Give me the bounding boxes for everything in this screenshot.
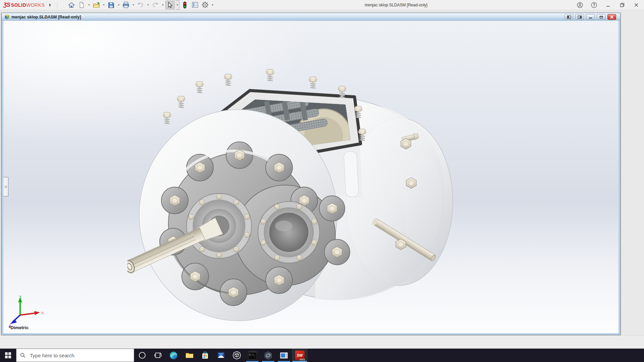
save-button[interactable] [106,1,116,9]
undo-dropdown[interactable] [146,1,150,9]
options-button[interactable] [200,1,210,9]
redo-dropdown[interactable] [161,1,165,9]
doc-restore-button[interactable] [597,14,605,20]
cortana-button[interactable] [134,349,150,362]
mdi-area: menjac sklop.SLDASM [Read-only] [0,10,644,335]
system-window-app-icon [279,351,288,360]
select-cursor-icon [166,1,174,9]
pane-left-button[interactable] [565,14,573,20]
document-window-controls [565,14,616,20]
file-explorer-button[interactable] [181,349,197,362]
splitter-grip [5,186,7,188]
gearbox-model[interactable] [127,68,619,333]
print-icon [122,1,130,9]
edge-button[interactable] [166,349,181,362]
3d-viewer-icon [232,351,241,360]
restore-icon [619,2,625,8]
app-title: menjac sklop.SLDASM [Read-only] [365,0,427,10]
cortana-icon [138,351,146,359]
redo-button[interactable] [151,1,160,9]
pane-left-icon [567,15,571,19]
mail-button[interactable] [213,349,229,362]
task-view-icon [154,351,162,359]
open-dropdown[interactable] [102,1,106,9]
undo-icon [137,1,144,9]
open-folder-icon [92,1,100,9]
triad-y-label: Y [19,295,22,299]
new-document-icon [78,1,85,9]
options-gear-icon [201,1,209,9]
help-icon [591,2,597,8]
doc-close-button[interactable] [607,14,616,20]
hexagon-app-button[interactable] [260,349,276,362]
account-button[interactable] [574,1,586,9]
open-button[interactable] [92,1,101,9]
windows-logo-icon [5,352,11,358]
close-icon [633,2,639,8]
home-button[interactable] [67,1,76,9]
minimize-button[interactable] [602,1,614,9]
new-document-button[interactable] [77,1,86,9]
side-cover[interactable] [258,201,320,263]
mail-icon [217,351,225,360]
help-button[interactable] [588,1,600,9]
store-button[interactable] [197,349,213,362]
file-properties-icon [191,1,199,9]
pane-right-button[interactable] [575,14,584,20]
file-properties-button[interactable] [190,1,200,9]
options-dropdown[interactable] [210,1,214,9]
new-document-dropdown[interactable] [87,1,91,9]
assembly-cube-icon [4,14,10,20]
close-button[interactable] [631,1,642,9]
restore-button[interactable] [616,1,628,9]
pane-right-icon [578,15,582,19]
3d-viewer-button[interactable] [229,349,245,362]
search-input[interactable] [29,352,123,359]
reference-triad: Y X Z [8,294,45,328]
menu-expand-icon[interactable] [49,3,51,7]
rebuild-traffic-light-icon [181,1,188,9]
redo-icon [152,1,159,9]
store-icon [201,351,209,360]
select-button[interactable] [165,1,175,9]
edge-icon [169,351,178,360]
doc-minimize-button[interactable] [586,14,595,20]
save-icon [107,1,115,9]
home-icon [68,1,75,9]
document-window: menjac sklop.SLDASM [Read-only] [1,13,621,335]
document-titlebar[interactable]: menjac sklop.SLDASM [Read-only] [2,13,620,21]
save-dropdown[interactable] [116,1,120,9]
solidworks-logo: ƷS SOLID WORKS [0,2,47,8]
minimize-icon [605,2,611,8]
taskbar-search[interactable] [16,349,134,362]
viewport-3d[interactable]: Y X Z *Dimetric [3,21,619,333]
status-bar [0,335,644,349]
command-prompt-button[interactable]: C:\_ [245,349,260,362]
solidworks-icon: SW 2021 [295,351,305,360]
start-button[interactable] [0,349,16,362]
app-window-controls [574,0,642,10]
featuremanager-collapsed-tab[interactable] [3,177,8,196]
task-view-button[interactable] [150,349,166,362]
solidworks-logo-mark: ƷS [3,2,10,8]
print-dropdown[interactable] [131,1,135,9]
search-icon [20,352,26,358]
select-dropdown[interactable] [175,0,179,10]
system-window-app-button[interactable] [276,349,292,362]
undo-button[interactable] [136,1,145,9]
hexagon-app-icon [264,351,273,360]
print-button[interactable] [121,1,130,9]
solidworks-button[interactable]: SW 2021 [292,349,308,362]
file-explorer-icon [185,351,194,360]
doc-minimize-icon [588,15,593,19]
command-prompt-icon: C:\_ [248,351,257,360]
view-orientation-label: *Dimetric [9,325,29,330]
app-titlebar: ƷS SOLID WORKS [0,0,644,10]
taskbar-icons: C:\_ SW 2021 [134,349,308,362]
toolbar-separator [57,2,57,8]
rebuild-button[interactable] [180,1,190,9]
quick-toolbar [67,0,214,10]
account-icon [577,2,583,8]
doc-close-icon [610,15,614,19]
document-title: menjac sklop.SLDASM [Read-only] [11,15,81,19]
